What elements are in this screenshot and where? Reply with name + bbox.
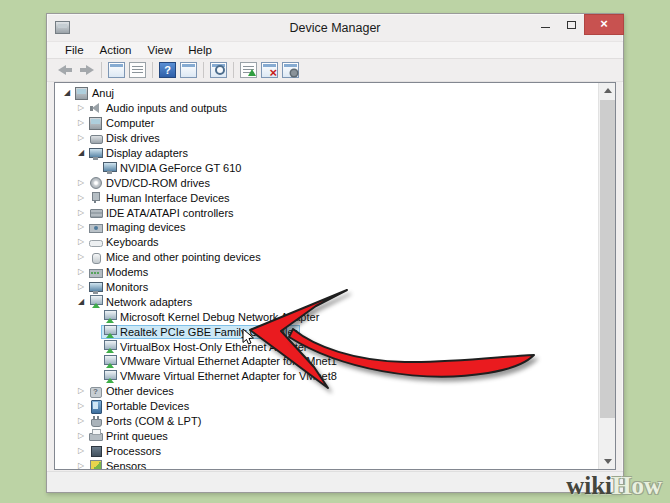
scroll-down-icon[interactable] — [599, 453, 616, 469]
expander-icon[interactable]: ▷ — [75, 266, 87, 278]
tree-item-realtek-pcie-gbe-family-controller[interactable]: Realtek PCIe GBE Family Controller — [55, 324, 598, 339]
disc-icon — [89, 176, 102, 189]
expander-icon[interactable]: ▷ — [75, 177, 87, 189]
tree-item-vmware-virtual-ethernet-adapter-for-vmnet1[interactable]: VMware Virtual Ethernet Adapter for VMne… — [55, 354, 598, 369]
properties-icon[interactable] — [129, 62, 146, 78]
tree-item-label: Computer — [106, 117, 154, 129]
audio-icon — [89, 102, 102, 115]
scroll-up-icon[interactable] — [599, 83, 616, 99]
tree-item-imaging-devices[interactable]: ▷Imaging devices — [55, 220, 598, 235]
item-box: Disk drives — [87, 131, 163, 145]
tree-item-computer[interactable]: ▷Computer — [55, 116, 598, 131]
tree-item-label: Portable Devices — [106, 400, 189, 412]
scan-hardware-changes-icon[interactable] — [240, 62, 257, 78]
help-icon[interactable] — [159, 62, 176, 78]
close-button[interactable]: × — [584, 14, 624, 35]
tree-item-disk-drives[interactable]: ▷Disk drives — [55, 131, 598, 146]
minimize-button[interactable] — [532, 14, 558, 35]
toolbar-separator — [203, 62, 204, 78]
tree-item-monitors[interactable]: ▷Monitors — [55, 280, 598, 295]
expander-icon[interactable]: ▷ — [75, 430, 87, 442]
imaging-icon — [89, 221, 102, 234]
tree-item-ports-com-lpt[interactable]: ▷Ports (COM & LPT) — [55, 414, 598, 429]
tree-item-human-interface-devices[interactable]: ▷Human Interface Devices — [55, 190, 598, 205]
display-icon — [103, 161, 116, 174]
expander-icon[interactable]: ▷ — [75, 102, 87, 114]
tree-item-ide-ata-atapi-controllers[interactable]: ▷IDE ATA/ATAPI controllers — [55, 205, 598, 220]
expander-icon[interactable]: ▷ — [75, 400, 87, 412]
menu-file[interactable]: File — [57, 44, 92, 56]
tree-item-print-queues[interactable]: ▷Print queues — [55, 428, 598, 443]
item-box: Mice and other pointing devices — [87, 250, 264, 264]
expander-icon[interactable]: ▷ — [75, 221, 87, 233]
expander-icon[interactable]: ▷ — [75, 236, 87, 248]
tree-item-portable-devices[interactable]: ▷Portable Devices — [55, 399, 598, 414]
tree-item-label: Print queues — [106, 430, 168, 442]
tree-item-network-adapters[interactable]: ◢Network adapters — [55, 294, 598, 309]
watermark-wiki-text: wiki — [566, 472, 612, 499]
tree-item-display-adapters[interactable]: ◢Display adapters — [55, 146, 598, 161]
network-icon — [89, 295, 102, 308]
expander-icon[interactable]: ▷ — [75, 445, 87, 457]
expander-icon[interactable]: ▷ — [75, 192, 87, 204]
console-tree-icon[interactable] — [108, 62, 125, 78]
expander-icon[interactable]: ▷ — [75, 251, 87, 263]
expander-icon[interactable]: ▷ — [75, 385, 87, 397]
maximize-button[interactable] — [558, 14, 584, 35]
tree-item-label: Network adapters — [106, 296, 192, 308]
expander-icon[interactable]: ▷ — [75, 415, 87, 427]
uninstall-device-icon[interactable] — [261, 62, 278, 78]
tree-item-nvidia-geforce-gt-610[interactable]: NVIDIA GeForce GT 610 — [55, 160, 598, 175]
portable-icon — [89, 400, 102, 413]
menu-action[interactable]: Action — [92, 44, 140, 56]
tree-item-label: Anuj — [92, 87, 114, 99]
selected-item-box: Realtek PCIe GBE Family Controller — [101, 325, 300, 339]
tree-item-label: Keyboards — [106, 236, 159, 248]
device-manager-window: Device Manager × FileActionViewHelp ◢Anu… — [46, 13, 624, 493]
ports-icon — [89, 415, 102, 428]
item-box: Anuj — [73, 86, 117, 100]
network-icon — [103, 355, 116, 368]
tree-item-vmware-virtual-ethernet-adapter-for-vmnet8[interactable]: VMware Virtual Ethernet Adapter for VMne… — [55, 369, 598, 384]
expander-icon[interactable]: ◢ — [75, 147, 87, 159]
title-bar[interactable]: Device Manager × — [47, 14, 623, 41]
tree-item-microsoft-kernel-debug-network-adapter[interactable]: Microsoft Kernel Debug Network Adapter — [55, 309, 598, 324]
wikihow-watermark: wikiHow — [566, 472, 662, 500]
tree-item-audio-inputs-and-outputs[interactable]: ▷Audio inputs and outputs — [55, 101, 598, 116]
item-box: Portable Devices — [87, 399, 192, 413]
tree-item-modems[interactable]: ▷Modems — [55, 265, 598, 280]
scrollbar-thumb[interactable] — [600, 100, 615, 418]
tree-item-mice-and-other-pointing-devices[interactable]: ▷Mice and other pointing devices — [55, 250, 598, 265]
item-box: Display adapters — [87, 146, 191, 160]
tree-item-virtualbox-host-only-ethernet-adapter[interactable]: VirtualBox Host-Only Ethernet Adapter — [55, 339, 598, 354]
tree-item-keyboards[interactable]: ▷Keyboards — [55, 235, 598, 250]
scan-search-icon[interactable] — [210, 62, 227, 78]
expander-icon[interactable]: ▷ — [75, 207, 87, 219]
tree-item-dvd-cd-rom-drives[interactable]: ▷DVD/CD-ROM drives — [55, 175, 598, 190]
tree-item-label: Display adapters — [106, 147, 188, 159]
menu-view[interactable]: View — [140, 44, 181, 56]
menu-help[interactable]: Help — [180, 44, 220, 56]
expander-icon[interactable]: ▷ — [75, 281, 87, 293]
expander-icon[interactable]: ▷ — [75, 117, 87, 129]
item-box: Microsoft Kernel Debug Network Adapter — [101, 310, 322, 324]
forward-icon[interactable] — [78, 62, 95, 78]
expander-icon[interactable]: ▷ — [75, 132, 87, 144]
toolbar-separator — [101, 62, 102, 78]
back-icon[interactable] — [57, 62, 74, 78]
item-box: Human Interface Devices — [87, 191, 233, 205]
tree-item-sensors[interactable]: ▷Sensors — [55, 458, 598, 470]
tree-item-anuj[interactable]: ◢Anuj — [55, 86, 598, 101]
tree-item-label: Monitors — [106, 281, 148, 293]
tree-item-processors[interactable]: ▷Processors — [55, 443, 598, 458]
sensor-icon — [89, 459, 102, 470]
vertical-scrollbar[interactable] — [598, 83, 615, 469]
expander-icon[interactable]: ◢ — [75, 296, 87, 308]
tree-item-other-devices[interactable]: ▷Other devices — [55, 384, 598, 399]
item-box: Computer — [87, 116, 157, 130]
tree-item-label: IDE ATA/ATAPI controllers — [106, 207, 234, 219]
expander-icon[interactable]: ◢ — [61, 87, 73, 99]
driver-settings-icon[interactable] — [282, 62, 299, 78]
console-window-icon[interactable] — [180, 62, 197, 78]
expander-icon[interactable]: ▷ — [75, 460, 87, 470]
